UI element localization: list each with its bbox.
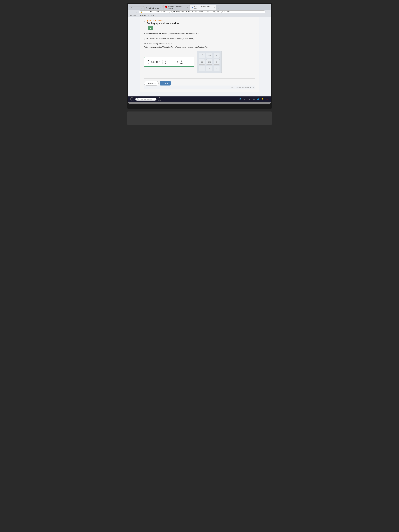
tab-aleks-favicon: ⚗ xyxy=(146,7,147,9)
coefficient: −5.6 × 10 xyxy=(150,61,158,63)
tab-aleks-close[interactable]: ✕ xyxy=(160,7,161,9)
aleks-container: ≡ MEASUREMENT Setting up a unit conversi… xyxy=(140,17,259,92)
taskbar-mail-icon[interactable]: ✉ xyxy=(252,97,255,101)
keypad-btn-superscript2[interactable]: □□ xyxy=(199,59,205,64)
forward-button[interactable]: › xyxy=(132,11,134,13)
page-title: Setting up a unit conversion xyxy=(147,22,255,25)
keypad-btn-help[interactable]: ? xyxy=(214,66,220,71)
gmail-icon: ✉ xyxy=(130,15,131,17)
header-text: MEASUREMENT Setting up a unit conversion xyxy=(147,20,255,25)
keypad-btn-dot-multiply[interactable]: □·□ xyxy=(206,59,212,64)
tab-aleks-learn-favicon: A xyxy=(192,6,193,8)
close-paren: ) xyxy=(165,60,166,64)
new-tab-button[interactable]: + xyxy=(217,7,219,10)
tab-mcgraw[interactable]: M McGraw-Hill Education Campus ✕ xyxy=(163,5,190,10)
taskbar-chrome-icon[interactable]: G xyxy=(243,97,246,101)
taskbar-red-dot[interactable]: ● xyxy=(266,97,269,101)
address-text: www-awn.aleks.com/alekscgi/x/lsl.exe/1o_… xyxy=(143,11,230,13)
taskbar-dropbox-icon[interactable]: 💠 xyxy=(256,97,260,101)
tab-aleks-learn-close[interactable]: ✕ xyxy=(214,6,215,8)
aleks-header: ≡ MEASUREMENT Setting up a unit conversi… xyxy=(144,20,255,25)
result-fraction: g mL xyxy=(180,60,183,64)
taskbar: 🔍 Type here to search ◎ G 🖥 ✉ 💠 $ ● xyxy=(128,96,271,102)
keypad-panel: □□ □×10 μ □□ □·□ xyxy=(197,51,222,73)
tab-nf-label: NF xyxy=(130,7,132,9)
unit-fraction: μg dL xyxy=(162,60,163,64)
equation-box: ( −5.6 × 10 4 μg dL ) · = ? xyxy=(144,57,194,67)
back-button[interactable]: ‹ xyxy=(130,11,132,13)
extensions-button[interactable]: ⋮ xyxy=(266,11,269,13)
youtube-label: YouTube xyxy=(139,15,146,17)
answer-input-box[interactable] xyxy=(169,60,173,64)
tab-aleks-learn[interactable]: A ALEKS - Lindsay Brooks - Learn ✕ xyxy=(190,5,216,10)
reload-button[interactable]: ↻ xyxy=(135,11,138,13)
search-icon: 🔍 xyxy=(137,98,139,100)
keypad-btn-undo[interactable]: ↺ xyxy=(206,66,212,71)
content-area: ≡ MEASUREMENT Setting up a unit conversi… xyxy=(128,17,271,96)
bottom-buttons: Explanation Check xyxy=(144,78,255,86)
unit-numerator: μg xyxy=(162,60,163,62)
taskbar-dollar-icon[interactable]: $ xyxy=(261,97,264,101)
problem-line1: A student sets up the following equation… xyxy=(144,32,255,35)
tab-mcgraw-close[interactable]: ✕ xyxy=(187,6,188,8)
maps-icon: 🗺 xyxy=(148,15,149,17)
tab-aleks-learn-label: ALEKS - Lindsay Brooks - Learn xyxy=(194,6,213,9)
exponent: 4 xyxy=(159,61,160,63)
bookmarks-bar: ✉ Gmail ▶ YouTube 🗺 Maps xyxy=(128,14,271,17)
tab-mcgraw-label: McGraw-Hill Education Campus xyxy=(168,6,186,9)
address-bar-row: ‹ › ↻ 🔒 www-awn.aleks.com/alekscgi/x/lsl… xyxy=(128,10,271,14)
open-paren: ( xyxy=(147,60,149,64)
keypad-btn-mu[interactable]: μ xyxy=(214,53,220,58)
tab-aleks-chem[interactable]: ⚗ ALEKs Chemistry ✕ xyxy=(144,6,163,10)
hamburger-icon[interactable]: ≡ xyxy=(144,20,146,23)
lock-icon: 🔒 xyxy=(140,11,142,13)
copyright-text: © 2021 McGraw-Hill Education. All Rig xyxy=(144,86,255,89)
taskbar-edge-icon[interactable]: ◎ xyxy=(239,97,242,101)
check-button[interactable]: Check xyxy=(160,81,171,86)
keypad-btn-times10[interactable]: □×10 xyxy=(206,53,212,58)
tab-nf-close[interactable]: ✕ xyxy=(141,7,142,9)
result-denominator: mL xyxy=(180,62,183,64)
equals-sign: = ? xyxy=(175,61,178,63)
tab-nf[interactable]: NF ✕ xyxy=(128,6,144,10)
math-expression: ( −5.6 × 10 4 μg dL ) · = ? xyxy=(147,60,183,64)
problem-line3: Fill in the missing part of this equatio… xyxy=(144,42,255,45)
keyboard-area xyxy=(127,112,272,125)
keypad-btn-times[interactable]: × xyxy=(199,66,205,71)
taskbar-icons: ◎ G 🖥 ✉ 💠 $ ● xyxy=(239,97,269,101)
undo-icon: ↺ xyxy=(209,67,210,70)
section-label: MEASUREMENT xyxy=(147,20,255,22)
note-text: Note: your answer should be in the form … xyxy=(144,46,255,48)
bookmark-youtube[interactable]: ▶ YouTube xyxy=(138,15,146,17)
start-button[interactable] xyxy=(130,97,134,101)
mu-symbol: μ xyxy=(216,54,217,56)
chevron-down-button[interactable]: ∨ xyxy=(148,26,153,30)
unit-denominator: dL xyxy=(162,62,163,64)
dot-operator: · xyxy=(167,61,168,63)
taskbar-files-icon[interactable]: 🖥 xyxy=(247,97,251,101)
keypad-btn-fraction[interactable]: □□ xyxy=(214,59,220,64)
search-placeholder: Type here to search xyxy=(139,98,152,100)
bookmark-gmail[interactable]: ✉ Gmail xyxy=(130,15,135,17)
bookmark-maps[interactable]: 🗺 Maps xyxy=(148,15,154,17)
explanation-button[interactable]: Explanation xyxy=(144,81,158,86)
youtube-icon: ▶ xyxy=(138,15,139,17)
bottom-bar xyxy=(128,102,271,104)
cortana-button[interactable] xyxy=(158,97,161,101)
maps-label: Maps xyxy=(150,15,154,17)
tab-mcgraw-favicon: M xyxy=(165,6,167,8)
screen: NF ✕ ⚗ ALEKs Chemistry ✕ M McGraw-Hill E… xyxy=(128,4,271,104)
taskbar-search-box[interactable]: 🔍 Type here to search xyxy=(135,98,157,101)
orange-dot-icon xyxy=(147,20,148,21)
keypad-btn-superscript[interactable]: □□ xyxy=(199,53,205,58)
browser-chrome: NF ✕ ⚗ ALEKs Chemistry ✕ M McGraw-Hill E… xyxy=(128,4,271,17)
tab-aleks-label: ALEKs Chemistry xyxy=(148,7,159,9)
problem-line2: (The ? stands for a number the student i… xyxy=(144,37,255,40)
result-numerator: g xyxy=(181,60,182,62)
address-bar[interactable]: 🔒 www-awn.aleks.com/alekscgi/x/lsl.exe/1… xyxy=(139,10,266,13)
tab-bar: NF ✕ ⚗ ALEKs Chemistry ✕ M McGraw-Hill E… xyxy=(128,4,271,10)
laptop-frame: NF ✕ ⚗ ALEKs Chemistry ✕ M McGraw-Hill E… xyxy=(127,3,272,109)
gmail-label: Gmail xyxy=(131,15,135,17)
equation-area: ( −5.6 × 10 4 μg dL ) · = ? xyxy=(144,51,255,73)
